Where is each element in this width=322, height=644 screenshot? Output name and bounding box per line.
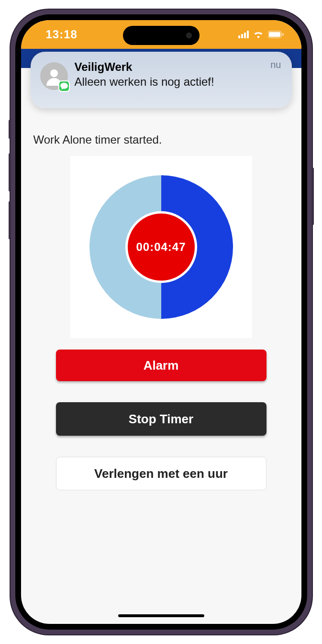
status-bar: 13:18 [21, 20, 301, 49]
power-button [311, 168, 314, 225]
side-button [9, 120, 11, 139]
screen: 13:18 Work Alone [21, 20, 301, 624]
status-time: 13:18 [46, 28, 78, 41]
svg-rect-1 [269, 32, 280, 37]
stop-timer-button[interactable]: Stop Timer [56, 402, 266, 436]
front-camera-icon [186, 33, 192, 38]
notification-title: VeiligWerk [75, 59, 264, 74]
home-indicator[interactable] [118, 614, 204, 617]
notification-avatar-icon [40, 62, 68, 90]
volume-down-button [9, 201, 11, 239]
device-inner: 13:18 Work Alone [15, 14, 307, 630]
extend-hour-button[interactable]: Verlengen met een uur [56, 457, 266, 490]
cellular-icon [238, 31, 249, 38]
messages-app-badge-icon [58, 80, 70, 92]
svg-point-3 [50, 69, 58, 77]
wifi-icon [253, 28, 264, 41]
notification-body: Alleen werken is nog actief! [75, 74, 264, 89]
alarm-button[interactable]: Alarm [56, 350, 266, 381]
notification-time: nu [270, 59, 281, 70]
timer-donut-chart: 00:04:47 [70, 156, 252, 338]
dynamic-island [123, 26, 200, 45]
device-frame: 13:18 Work Alone [11, 10, 312, 634]
battery-icon [268, 28, 284, 41]
timer-core: 00:04:47 [128, 214, 195, 281]
notification-banner[interactable]: VeiligWerk Alleen werken is nog actief! … [31, 52, 292, 108]
svg-rect-2 [282, 33, 284, 36]
timer-started-label: Work Alone timer started. [33, 133, 292, 147]
volume-up-button [9, 153, 11, 192]
timer-value: 00:04:47 [136, 240, 186, 254]
